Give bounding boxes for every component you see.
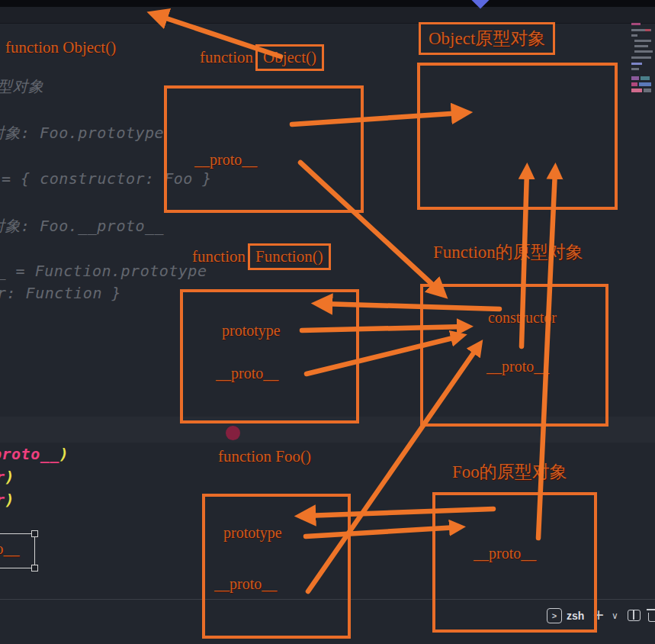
field-proto-function-proto: __proto__ [486, 358, 549, 375]
label-function-object-left: function Object() [5, 38, 116, 57]
label-function-function: function Function() [192, 240, 331, 273]
code-line: r) [0, 491, 14, 509]
minimap-line [631, 34, 637, 37]
editor-highlight-band [0, 417, 655, 443]
box-function-prototype [422, 285, 607, 425]
code-line: 对象: Foo.prototype [0, 123, 164, 143]
terminal-dropdown-icon[interactable]: ∨ [612, 610, 618, 621]
minimap[interactable] [630, 21, 655, 109]
code-line: proto__) [0, 445, 69, 463]
terminal-bar: > zsh + ∨ [541, 605, 655, 628]
label-function-object: function Object() [200, 41, 324, 74]
minimap-line [634, 50, 653, 53]
label-function-prefix: function [200, 48, 253, 67]
minimap-line [631, 89, 642, 92]
label-object-boxed: Object() [255, 44, 324, 71]
minimap-line [631, 63, 642, 65]
split-terminal-icon[interactable] [628, 610, 641, 621]
selected-annotation-text: o__ [0, 539, 20, 559]
minimap-line [634, 45, 648, 47]
new-terminal-button[interactable]: + [593, 604, 604, 626]
code-line: 型对象 [0, 76, 44, 97]
minimap-line [631, 76, 639, 80]
arrow-function-prototype-to-prototype-box [302, 327, 465, 330]
title-bar [0, 7, 655, 24]
label-function-prefix: function [192, 247, 246, 266]
minimap-line [631, 56, 651, 59]
minimap-line [644, 89, 651, 92]
minimap-line [641, 76, 650, 80]
minimap-line [631, 68, 639, 70]
field-proto-foo: __proto__ [214, 575, 277, 593]
code-line: r) [0, 468, 14, 486]
label-function-foo: function Foo() [218, 447, 311, 466]
terminal-prompt-glyph: > [552, 611, 557, 620]
label-object-prototype-title: Object原型对象 [419, 22, 555, 55]
field-prototype-foo: prototype [223, 524, 282, 542]
box-function-object [165, 87, 362, 211]
terminal-prompt-icon[interactable]: > [547, 608, 562, 623]
minimap-line [631, 82, 637, 86]
field-proto-function-fn: __proto__ [216, 365, 278, 382]
minimap-line [645, 29, 650, 31]
field-constructor: constructor [488, 309, 557, 327]
kill-terminal-icon[interactable] [648, 613, 655, 622]
code-line: r: Function } [0, 284, 121, 302]
selection-handle[interactable] [31, 565, 38, 572]
field-proto-object-fn: __proto__ [194, 151, 257, 169]
box-function-foo [204, 495, 349, 637]
code-line: __ = Function.prototype [0, 262, 207, 280]
selection-handle[interactable] [31, 530, 38, 537]
code-line: 对象: Foo.__proto__ [0, 216, 164, 237]
red-dot-marker [226, 426, 240, 440]
terminal-tab-zsh[interactable]: zsh [567, 610, 584, 622]
top-strip [0, 0, 655, 7]
arrow-object-to-object-prototype [292, 113, 462, 124]
label-function-prototype-title: Function的原型对象 [433, 240, 583, 264]
panel-divider [0, 599, 655, 600]
label-foo-prototype-title: Foo的原型对象 [452, 460, 567, 484]
code-line: = { constructor: Foo } [2, 169, 212, 188]
minimap-line [639, 82, 651, 86]
box-function-function [181, 291, 358, 422]
arrow-constructor-to-function [322, 304, 499, 309]
field-proto-foo-proto: __proto__ [474, 545, 536, 562]
annotation-selection-box[interactable]: o__ [0, 533, 35, 568]
arrow-constructor-to-foo [305, 509, 493, 516]
minimap-line [634, 40, 651, 42]
label-function-boxed: Function() [248, 243, 331, 270]
arrow-function-proto-to-prototype-box [307, 336, 459, 374]
arrow-foo-prototype-to-foo-proto-box [306, 527, 458, 536]
box-object-prototype [419, 64, 616, 208]
vscode-window: 型对象 对象: Foo.prototype = { constructor: F… [0, 0, 655, 644]
minimap-line [631, 23, 641, 25]
field-prototype-function-fn: prototype [222, 322, 281, 340]
annotation-overlay [0, 0, 655, 644]
